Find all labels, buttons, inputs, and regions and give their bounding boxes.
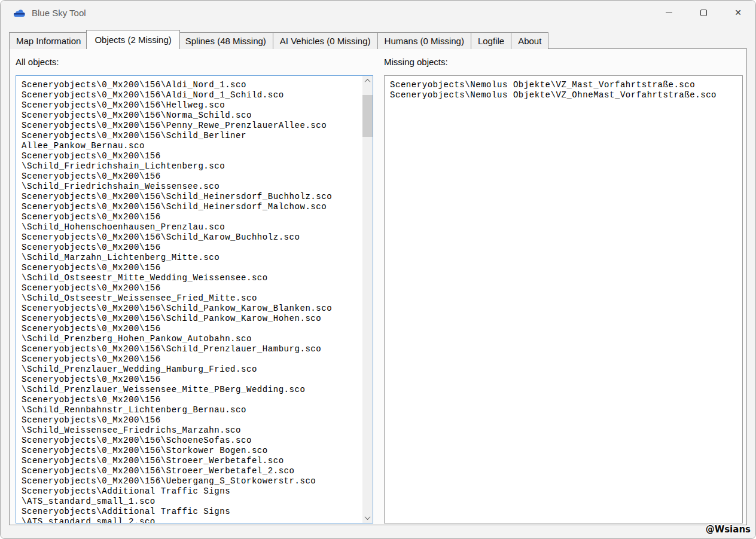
tab-map-information[interactable]: Map Information (9, 32, 88, 49)
all-objects-text: Sceneryobjects\0_Mx200\156\Aldi_Nord_1.s… (16, 76, 373, 523)
text-line: Sceneryobjects\0_Mx200\156 (22, 283, 358, 293)
missing-objects-label: Missing objects: (384, 57, 448, 67)
text-line: \Schild_Marzahn_Lichtenberg_Mitte.sco (22, 253, 358, 263)
maximize-icon (700, 10, 707, 16)
cloud-icon (13, 8, 26, 17)
text-line: \Schild_Ostseestr_Weissensee_Fried_Mitte… (22, 293, 358, 304)
text-line: Sceneryobjects\0_Mx200\156\Aldi_Nord_1.s… (22, 80, 358, 90)
missing-objects-text: Sceneryobjects\Nemolus Objekte\VZ_Mast_V… (385, 76, 742, 523)
text-line: \ATS_standard_small_1.sco (22, 497, 358, 507)
tab-humans-0-missing[interactable]: Humans (0 Missing) (377, 32, 471, 49)
text-line: \Schild_Friedrichshain_Weissensee.sco (22, 182, 358, 192)
text-line: Sceneryobjects\0_Mx200\156\Stroeer_Werbe… (22, 466, 358, 476)
text-line: Sceneryobjects\Additional Traffic Signs (22, 486, 358, 497)
text-line: Sceneryobjects\0_Mx200\156\Schild_Prenzl… (22, 344, 358, 354)
text-line: Sceneryobjects\0_Mx200\156 (22, 415, 358, 425)
tab-ai-vehicles-0-missing[interactable]: AI Vehicles (0 Missing) (273, 32, 378, 49)
text-line: Sceneryobjects\0_Mx200\156 (22, 151, 358, 161)
text-line: Allee_Pankow_Bernau.sco (22, 141, 358, 151)
text-line: \ATS_standard_small_2.sco (22, 517, 358, 523)
text-line: Sceneryobjects\Nemolus Objekte\VZ_OhneMa… (390, 90, 728, 100)
scrollbar-thumb[interactable] (362, 95, 373, 137)
text-line: Sceneryobjects\0_Mx200\156\Schild_Berlin… (22, 131, 358, 141)
text-line: Sceneryobjects\0_Mx200\156 (22, 243, 358, 253)
all-objects-label: All objects: (16, 57, 59, 67)
text-line: Sceneryobjects\0_Mx200\156\Aldi_Nord_1_S… (22, 90, 358, 100)
text-line: \Schild_Prenzlauer_Weissensee_Mitte_PBer… (22, 385, 358, 395)
all-objects-textbox[interactable]: Sceneryobjects\0_Mx200\156\Aldi_Nord_1.s… (16, 75, 373, 523)
scroll-down-button[interactable] (362, 513, 373, 523)
text-line: \Schild_Weissensee_Friedrichs_Marzahn.sc… (22, 425, 358, 436)
text-line: Sceneryobjects\0_Mx200\156\Norma_Schild.… (22, 111, 358, 121)
app-window: Blue Sky Tool ✕ Map InformationObjects (… (0, 0, 756, 539)
text-line: Sceneryobjects\0_Mx200\156\Schild_Pankow… (22, 314, 358, 324)
minimize-button[interactable] (651, 1, 686, 24)
text-line: Sceneryobjects\0_Mx200\156 (22, 263, 358, 273)
text-line: Sceneryobjects\0_Mx200\156 (22, 212, 358, 222)
text-line: Sceneryobjects\0_Mx200\156\Schild_Heiner… (22, 192, 358, 202)
text-line: Sceneryobjects\0_Mx200\156 (22, 354, 358, 365)
text-line: Sceneryobjects\Nemolus Objekte\VZ_Mast_V… (390, 80, 728, 90)
text-line: Sceneryobjects\0_Mx200\156 (22, 172, 358, 182)
text-line: Sceneryobjects\0_Mx200\156\Penny_Rewe_Pr… (22, 121, 358, 131)
text-line: \Schild_Hohenschoenhausen_Prenzlau.sco (22, 222, 358, 232)
window-controls: ✕ (651, 1, 755, 24)
tab-splines-48-missing[interactable]: Splines (48 Missing) (178, 32, 273, 49)
minimize-icon (666, 13, 672, 13)
tab-strip: Map InformationObjects (2 Missing)Spline… (9, 30, 747, 49)
text-line: \Schild_Prenzberg_Hohen_Pankow_Autobahn.… (22, 334, 358, 344)
text-line: Sceneryobjects\Additional Traffic Signs (22, 507, 358, 517)
chevron-down-icon (365, 514, 371, 520)
text-line: Sceneryobjects\0_Mx200\156\Schild_Karow_… (22, 232, 358, 243)
text-line: Sceneryobjects\0_Mx200\156\Uebergang_S_S… (22, 476, 358, 486)
tab-control: Map InformationObjects (2 Missing)Spline… (9, 30, 747, 525)
close-button[interactable]: ✕ (721, 1, 755, 24)
text-line: Sceneryobjects\0_Mx200\156\Stroeer_Werbe… (22, 456, 358, 466)
text-line: \Schild_Rennbahnstr_Lichtenberg_Bernau.s… (22, 405, 358, 415)
text-line: Sceneryobjects\0_Mx200\156\Schild_Heiner… (22, 202, 358, 212)
text-line: Sceneryobjects\0_Mx200\156\Storkower Bog… (22, 446, 358, 456)
text-line: Sceneryobjects\0_Mx200\156 (22, 395, 358, 405)
tab-page-objects: All objects: Missing objects: Sceneryobj… (9, 48, 747, 525)
text-line: \Schild_Friedrichshain_Lichtenberg.sco (22, 161, 358, 172)
missing-objects-textbox[interactable]: Sceneryobjects\Nemolus Objekte\VZ_Mast_V… (384, 75, 743, 523)
tab-objects-2-missing[interactable]: Objects (2 Missing) (86, 30, 179, 49)
window-title: Blue Sky Tool (32, 8, 86, 18)
tab-about[interactable]: About (511, 32, 548, 49)
text-line: Sceneryobjects\0_Mx200\156 (22, 324, 358, 334)
text-line: Sceneryobjects\0_Mx200\156\Hellweg.sco (22, 100, 358, 111)
text-line: \Schild_Ostseestr_Mitte_Wedding_Weissens… (22, 273, 358, 283)
text-line: Sceneryobjects\0_Mx200\156 (22, 375, 358, 385)
text-line: Sceneryobjects\0_Mx200\156\Schild_Pankow… (22, 304, 358, 314)
watermark: @Wsians (706, 524, 751, 535)
text-line: Sceneryobjects\0_Mx200\156\SchoeneSofas.… (22, 436, 358, 446)
all-objects-scrollbar[interactable] (362, 76, 373, 523)
tab-logfile[interactable]: Logfile (471, 32, 511, 49)
text-line: \Schild_Prenzlauer_Wedding_Hamburg_Fried… (22, 365, 358, 375)
maximize-button[interactable] (686, 1, 721, 24)
titlebar: Blue Sky Tool ✕ (1, 1, 755, 24)
chevron-up-icon (365, 79, 371, 85)
scroll-up-button[interactable] (362, 76, 373, 86)
close-icon: ✕ (734, 8, 742, 17)
